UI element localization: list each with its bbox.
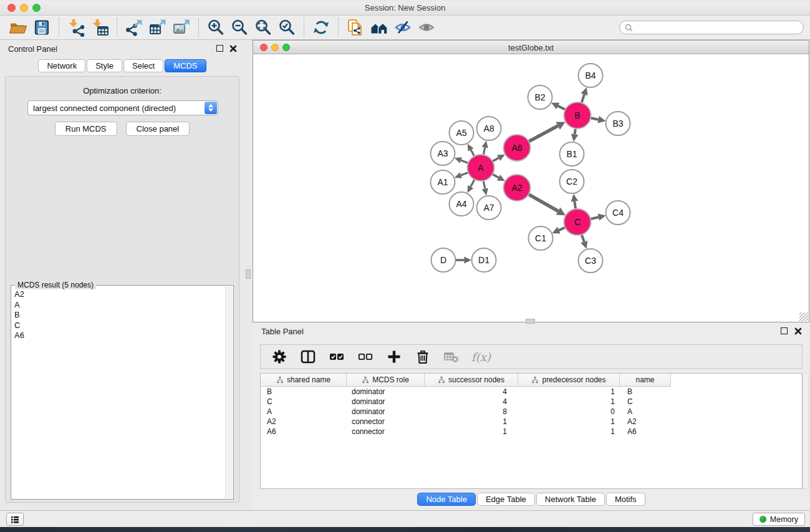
graph-edge-A-A1[interactable] [455,172,468,178]
table-row[interactable]: A2connector11A2 [261,417,802,427]
tab-network-table[interactable]: Network Table [536,493,605,506]
table-cell[interactable]: A2 [620,417,671,427]
graph-node-D1[interactable]: D1 [472,248,496,272]
graph-node-A1[interactable]: A1 [431,170,455,194]
table-cell[interactable]: dominator [347,407,425,417]
graph-node-A7[interactable]: A7 [477,196,501,220]
graph-edge-B-B2[interactable] [551,103,565,110]
graph-node-C[interactable]: C [564,209,591,235]
column-header-successor-nodes[interactable]: successor nodes [425,374,518,387]
table-cell[interactable]: 1 [518,427,620,437]
table-cell[interactable]: 1 [518,387,620,397]
tab-style[interactable]: Style [87,59,122,72]
graph-node-A[interactable]: A [468,155,494,181]
table-cell[interactable]: A [620,407,671,417]
zoom-in-button[interactable] [204,17,228,37]
graph-edge-A6-B[interactable] [529,122,565,141]
tab-edge-table[interactable]: Edge Table [477,493,535,506]
tab-node-table[interactable]: Node Table [417,493,476,506]
search-field[interactable] [619,21,804,34]
create-column-button[interactable] [385,349,402,365]
graph-node-A6[interactable]: A6 [504,135,531,161]
graph-node-C1[interactable]: C1 [529,226,553,250]
table-cell[interactable]: A6 [620,427,671,437]
column-header-MCDS-role[interactable]: MCDS role [347,374,425,387]
search-input[interactable] [635,23,798,32]
tab-motifs[interactable]: Motifs [606,493,645,506]
function-builder-button[interactable]: f(x) [471,349,491,365]
result-scrollbar[interactable] [225,286,233,498]
table-cell[interactable]: 1 [518,417,620,427]
table-cell[interactable]: C [261,397,347,407]
graph-node-B[interactable]: B [564,102,591,128]
result-item[interactable]: A6 [14,331,224,341]
table-cell[interactable]: 8 [425,407,518,417]
table-cell[interactable]: dominator [347,397,425,407]
graph-edge-A-A5[interactable] [468,143,475,155]
table-cell[interactable]: 0 [518,407,620,417]
table-row[interactable]: A6connector11A6 [261,427,802,437]
delete-table-button[interactable] [443,349,460,365]
houses-button[interactable] [367,17,391,37]
table-cell[interactable]: 4 [425,397,518,407]
zoom-fit-button[interactable] [251,17,275,37]
graph-edge-B-B4[interactable] [581,87,588,102]
show-eye-button[interactable] [415,17,438,37]
export-table-button[interactable] [146,17,170,37]
graph-node-A8[interactable]: A8 [477,117,501,140]
table-row[interactable]: Cdominator41C [261,397,802,407]
table-cell[interactable]: 1 [425,427,518,437]
table-cell[interactable]: 1 [518,397,620,407]
table-cell[interactable]: A2 [261,417,347,427]
table-cell[interactable]: A6 [261,427,347,437]
table-cell[interactable]: 4 [425,387,518,397]
table-settings-button[interactable] [271,349,287,365]
close-table-panel-icon[interactable] [794,327,802,335]
graph-edge-A-A6[interactable] [493,155,504,162]
table-cell[interactable]: B [620,387,671,397]
graph-node-B4[interactable]: B4 [579,64,603,87]
float-table-panel-icon[interactable] [781,327,788,334]
graph-edge-A-A4[interactable] [467,180,474,193]
graph-node-B1[interactable]: B1 [560,142,584,166]
graph-edge-B-B3[interactable] [591,116,606,123]
table-cell[interactable]: dominator [347,387,425,397]
task-history-button[interactable] [6,513,24,526]
graph-edge-C-C4[interactable] [591,214,605,221]
import-network-button[interactable] [64,17,88,37]
table-row[interactable]: Bdominator41B [261,387,802,397]
horizontal-divider-handle[interactable] [526,319,535,324]
graph-node-B2[interactable]: B2 [528,85,552,109]
graph-node-A5[interactable]: A5 [450,121,474,145]
zoom-out-button[interactable] [228,17,251,37]
show-columns-button[interactable] [299,349,316,365]
column-header-name[interactable]: name [620,374,671,387]
graph-edge-C-C3[interactable] [581,235,587,249]
import-table-button[interactable] [88,17,112,37]
graph-edge-B-B1[interactable] [571,129,578,142]
tab-network[interactable]: Network [38,59,85,72]
graph-edge-A2-C[interactable] [529,195,566,215]
network-canvas[interactable]: B4B2BB3A8A5A6A3B1AA1C2A2A4A7C4CC1C3DD1 [253,54,809,322]
graph-node-C4[interactable]: C4 [606,201,630,225]
table-cell[interactable]: C [620,397,671,407]
column-header-shared-name[interactable]: shared name [261,374,347,387]
table-cell[interactable]: connector [347,427,425,437]
graph-edge-C-C2[interactable] [571,194,578,208]
unselect-all-columns-button[interactable] [357,349,374,365]
divider-handle[interactable] [246,269,251,279]
run-mcds-button[interactable]: Run MCDS [55,122,117,136]
open-session-button[interactable] [6,17,30,37]
memory-button[interactable]: Memory [753,513,805,526]
result-item[interactable]: A2 [14,289,224,300]
graph-node-A3[interactable]: A3 [431,142,455,165]
result-item[interactable]: B [14,310,224,321]
hide-eye-button[interactable] [391,17,415,37]
graph-edge-A-A7[interactable] [482,181,488,196]
table-cell[interactable]: connector [347,417,425,427]
graph-edge-A-A2[interactable] [493,175,504,181]
refresh-view-button[interactable] [309,17,333,37]
graph-edge-A-A8[interactable] [482,141,488,155]
graph-node-B3[interactable]: B3 [606,112,630,135]
export-network-button[interactable] [122,17,146,37]
